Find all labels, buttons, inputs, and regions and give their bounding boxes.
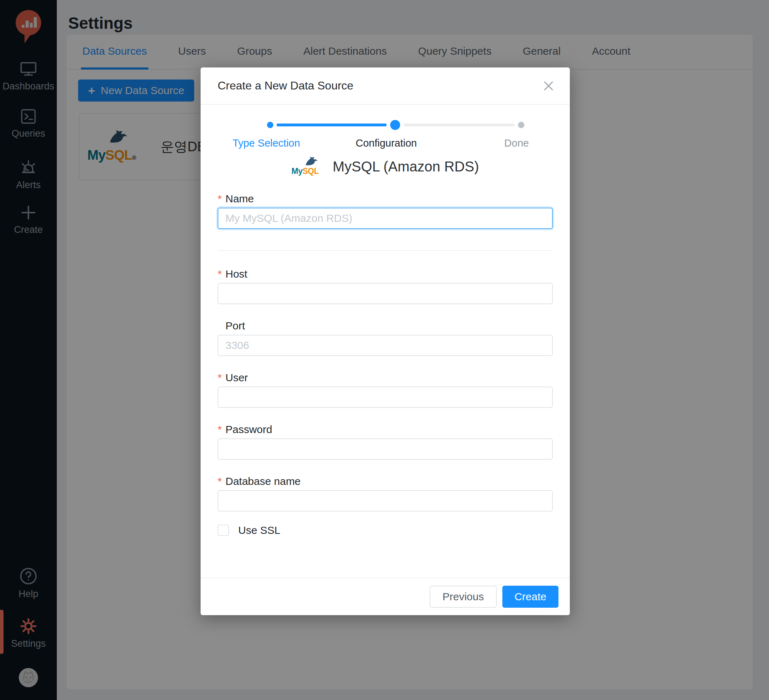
field-label-name: * Name xyxy=(218,193,553,205)
step-dot-current xyxy=(390,120,400,130)
ssl-row: Use SSL xyxy=(218,524,553,536)
mysql-logo-small: MySQL xyxy=(291,156,325,177)
field-label-text: User xyxy=(225,372,248,384)
host-input[interactable] xyxy=(218,283,553,304)
port-input[interactable] xyxy=(218,335,553,356)
previous-button[interactable]: Previous xyxy=(430,586,497,608)
mysql-word-sql: SQL xyxy=(302,166,319,176)
create-data-source-modal: Create a New Data Source Type Selection … xyxy=(201,68,570,615)
required-mark: * xyxy=(218,475,222,488)
name-input[interactable] xyxy=(218,208,553,229)
field-label-port: Port xyxy=(218,320,553,332)
required-mark: * xyxy=(218,372,222,384)
step-dot-finished xyxy=(267,122,273,128)
required-mark: * xyxy=(218,268,222,280)
progress-steps: Type Selection Configuration Done xyxy=(218,120,553,156)
mysql-word-my: My xyxy=(291,166,302,176)
use-ssl-checkbox[interactable] xyxy=(218,525,229,536)
field-label-host: * Host xyxy=(218,268,553,280)
step-configuration: Configuration xyxy=(336,137,436,149)
field-label-text: Port xyxy=(225,320,245,332)
field-label-user: * User xyxy=(218,372,553,384)
modal-footer: Previous Create xyxy=(201,578,570,615)
step-line-active xyxy=(277,124,387,126)
field-label-text: Password xyxy=(225,423,272,436)
database-name-input[interactable] xyxy=(218,490,553,512)
modal-body: Type Selection Configuration Done MySQL … xyxy=(201,120,570,536)
field-label-text: Name xyxy=(225,193,254,205)
required-mark: * xyxy=(218,193,222,205)
modal-header: Create a New Data Source xyxy=(201,68,570,105)
step-line-inactive xyxy=(404,124,515,126)
mysql-dolphin-icon xyxy=(304,156,319,166)
create-button[interactable]: Create xyxy=(502,586,558,608)
step-type-selection[interactable]: Type Selection xyxy=(218,137,315,149)
close-button[interactable] xyxy=(541,79,556,93)
data-source-type-heading: MySQL MySQL (Amazon RDS) xyxy=(218,156,553,177)
step-dot-waiting xyxy=(518,122,524,128)
app-window: Dashboards Queries Alerts Create xyxy=(0,0,769,700)
form-divider xyxy=(218,250,553,251)
field-label-password: * Password xyxy=(218,423,553,436)
field-label-text: Database name xyxy=(225,475,301,488)
close-icon xyxy=(544,81,553,91)
step-done: Done xyxy=(467,137,566,149)
password-input[interactable] xyxy=(218,438,553,460)
required-mark: * xyxy=(218,423,222,436)
data-source-type-name: MySQL (Amazon RDS) xyxy=(333,159,479,175)
field-label-database-name: * Database name xyxy=(218,475,553,488)
user-input[interactable] xyxy=(218,386,553,408)
modal-title: Create a New Data Source xyxy=(218,79,353,92)
use-ssl-label: Use SSL xyxy=(238,524,280,536)
field-label-text: Host xyxy=(225,268,248,280)
